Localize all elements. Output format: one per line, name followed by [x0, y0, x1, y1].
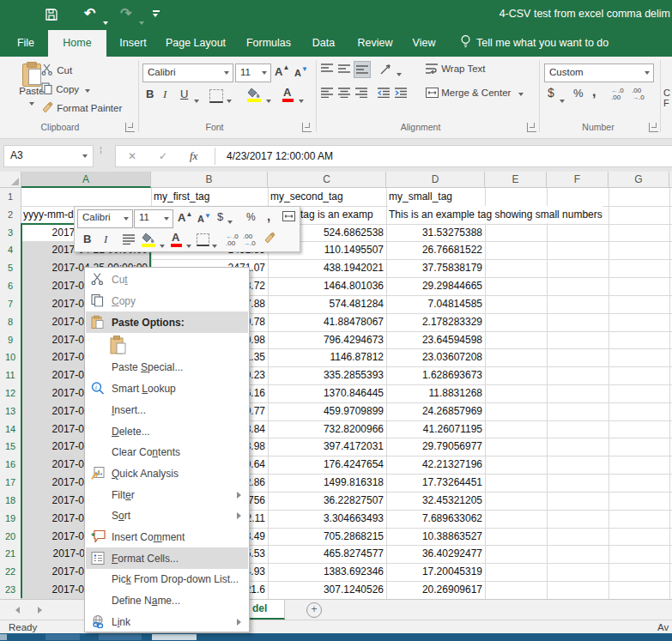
cell-c22[interactable]: 1383.692346	[269, 563, 384, 581]
cell-d6[interactable]: 29.29844665	[388, 277, 482, 295]
cell-d18[interactable]: 32.45321205	[388, 492, 482, 510]
menu-item-insert-comment[interactable]: Insert Comment	[86, 527, 248, 548]
cell-d16[interactable]: 42.21327196	[388, 456, 482, 474]
cancel-icon[interactable]: ✕	[128, 150, 136, 162]
cell-c2-fragment[interactable]: tag is an examp	[300, 206, 385, 223]
tab-data[interactable]: Data	[306, 30, 342, 57]
cut-button[interactable]: Cut	[41, 63, 72, 81]
mini-percent-button[interactable]: %	[246, 211, 256, 223]
save-icon[interactable]	[45, 8, 58, 25]
select-all-corner[interactable]	[0, 172, 21, 188]
mini-fill-color-button[interactable]	[142, 233, 156, 245]
cell-c23[interactable]: 307.1240526	[269, 581, 384, 599]
row-header-3[interactable]: 3	[0, 224, 21, 242]
fill-color-dropdown-icon[interactable]	[266, 94, 271, 105]
comma-style-button[interactable]: ,	[592, 84, 596, 100]
merge-center-button[interactable]: Merge & Center	[426, 88, 524, 98]
mini-borders-dropdown-icon[interactable]	[212, 239, 217, 250]
cell-c1[interactable]: my_second_tag	[270, 188, 343, 205]
tab-insert[interactable]: Insert	[113, 30, 153, 57]
cell-d2[interactable]: This is an example tag showing small num…	[388, 206, 602, 223]
font-color-button[interactable]: A	[283, 86, 291, 99]
cell-d5[interactable]: 37.75838179	[388, 259, 482, 277]
row-header-15[interactable]: 15	[0, 438, 21, 456]
row-header-6[interactable]: 6	[0, 277, 21, 295]
row-header-12[interactable]: 12	[0, 384, 21, 402]
cell-c13[interactable]: 459.9709899	[269, 402, 384, 420]
column-header-g[interactable]: G	[608, 172, 669, 188]
tab-file[interactable]: File	[10, 30, 41, 57]
mini-increase-font-button[interactable]: A▲	[178, 210, 192, 224]
column-header-b[interactable]: B	[151, 172, 268, 188]
bold-button[interactable]: B	[146, 88, 154, 100]
mini-italic-button[interactable]: I	[104, 233, 107, 246]
cell-c7[interactable]: 574.481284	[269, 295, 384, 313]
mini-font-color-button[interactable]: A	[172, 231, 179, 244]
redo-dropdown-icon[interactable]	[139, 13, 144, 28]
menu-item-paste-options[interactable]: Paste Options:	[86, 311, 248, 333]
cell-c17[interactable]: 1499.816318	[269, 474, 384, 492]
cell-d20[interactable]: 10.38863527	[388, 528, 482, 546]
mini-decrease-font-button[interactable]: A▼	[197, 212, 211, 224]
menu-item-pick-from-drop-down-list[interactable]: Pick From Drop-down List...	[86, 569, 248, 590]
cell-d17[interactable]: 17.73264451	[388, 474, 482, 492]
menu-item-smart-lookup[interactable]: iSmart Lookup	[86, 378, 248, 400]
alignment-dialog-launcher[interactable]	[527, 123, 536, 132]
cell-d1[interactable]: my_small_tag	[389, 188, 452, 205]
mini-font-size-combo[interactable]: 11	[134, 209, 173, 228]
row-header-7[interactable]: 7	[0, 295, 21, 313]
prev-sheet-icon[interactable]	[15, 607, 20, 614]
cell-c6[interactable]: 1464.801036	[269, 277, 384, 295]
row-header-4[interactable]: 4	[0, 241, 21, 259]
borders-dropdown-icon[interactable]	[227, 94, 232, 105]
row-header-2[interactable]: 2	[0, 206, 21, 224]
new-sheet-button[interactable]: +	[306, 602, 322, 618]
row-header-19[interactable]: 19	[0, 510, 21, 528]
mini-accounting-dropdown-icon[interactable]	[227, 215, 233, 226]
row-header-21[interactable]: 21	[0, 545, 21, 563]
mini-bold-button[interactable]: B	[83, 233, 91, 245]
name-box[interactable]: A3	[3, 145, 94, 167]
cell-c18[interactable]: 36.22827507	[269, 492, 384, 510]
top-align-button[interactable]	[321, 63, 333, 76]
number-format-combo[interactable]: Custom	[544, 63, 654, 82]
cell-d7[interactable]: 7.04814585	[388, 295, 482, 313]
formula-field[interactable]: ✕ ✓ fx 4/23/2017 12:00:00 AM	[115, 145, 672, 167]
cell-d9[interactable]: 23.64594598	[388, 331, 482, 349]
cell-c20[interactable]: 705.2868215	[269, 528, 384, 546]
row-header-10[interactable]: 10	[0, 348, 21, 366]
italic-button[interactable]: I	[163, 88, 166, 101]
column-header-d[interactable]: D	[386, 172, 485, 188]
cell-d4[interactable]: 26.76681522	[388, 241, 482, 259]
cell-d13[interactable]: 24.26857969	[388, 402, 482, 420]
enter-icon[interactable]: ✓	[159, 150, 167, 162]
cell-c12[interactable]: 1370.846445	[269, 384, 384, 402]
middle-align-button[interactable]	[338, 63, 350, 76]
format-painter-button[interactable]: Format Painter	[41, 101, 122, 118]
active-sheet-tab[interactable]: del	[250, 600, 285, 620]
wrap-text-button[interactable]: Wrap Text	[426, 63, 486, 74]
cell-d12[interactable]: 11.8831268	[388, 384, 482, 402]
cell-d10[interactable]: 23.03607208	[388, 348, 482, 366]
decrease-font-size-button[interactable]: A▼	[294, 65, 308, 78]
mini-font-name-combo[interactable]: Calibri	[77, 209, 133, 228]
row-header-16[interactable]: 16	[0, 456, 21, 474]
menu-item-delete[interactable]: Delete...	[86, 420, 248, 442]
tab-tell-me[interactable]: Tell me what you want to do	[460, 30, 608, 57]
mini-format-painter-button[interactable]	[263, 232, 276, 245]
align-right-button[interactable]	[355, 88, 367, 100]
menu-item-define-name[interactable]: Define Name...	[86, 590, 248, 612]
increase-font-size-button[interactable]: A▲	[275, 63, 289, 78]
cell-c14[interactable]: 732.8200966	[269, 420, 384, 438]
underline-dropdown-icon[interactable]	[194, 94, 199, 105]
taskbar-button[interactable]	[152, 634, 197, 640]
row-header-22[interactable]: 22	[0, 563, 21, 581]
cell-c8[interactable]: 41.88478067	[269, 313, 384, 331]
column-header-e[interactable]: E	[485, 172, 547, 188]
decrease-indent-button[interactable]	[378, 88, 390, 100]
customize-qat-icon[interactable]	[153, 10, 160, 12]
borders-button[interactable]	[209, 89, 223, 103]
menu-item-quick-analysis[interactable]: Quick Analysis	[86, 463, 248, 485]
cell-d22[interactable]: 17.20045319	[388, 563, 482, 581]
mini-borders-button[interactable]	[197, 233, 209, 246]
